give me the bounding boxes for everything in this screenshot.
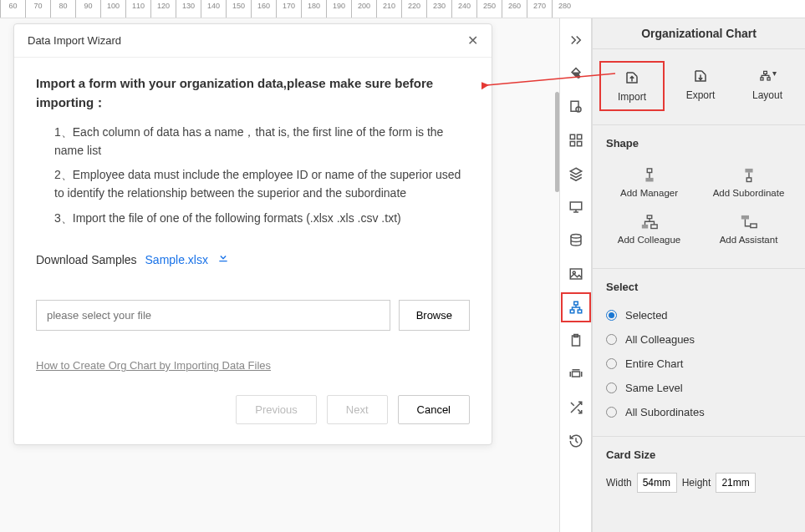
radio-label: All Subordinates — [625, 406, 705, 418]
ruler-tick: 140 — [201, 0, 226, 18]
download-icon[interactable] — [217, 251, 230, 266]
presentation-icon[interactable] — [561, 192, 591, 222]
ruler-tick: 130 — [176, 0, 201, 18]
layout-button[interactable]: ▾ Layout — [736, 61, 798, 111]
radio-icon — [606, 358, 617, 369]
select-radio-option[interactable]: Selected — [606, 303, 792, 327]
radio-icon — [606, 334, 617, 345]
import-button[interactable]: Import — [599, 61, 665, 111]
svg-rect-13 — [578, 310, 582, 313]
cardsize-section-header: Card Size — [593, 440, 805, 466]
instruction-item: 2、Employee data must include the employe… — [54, 166, 470, 202]
download-samples-label: Download Samples — [36, 253, 137, 266]
collapse-panel-icon[interactable] — [561, 25, 591, 55]
previous-button: Previous — [236, 395, 317, 424]
ruler-tick: 200 — [351, 0, 376, 18]
ruler-tick: 60 — [0, 0, 25, 18]
image-icon[interactable] — [561, 259, 591, 289]
ruler-tick: 240 — [451, 0, 476, 18]
ruler-tick: 70 — [25, 0, 50, 18]
ruler-tick: 150 — [226, 0, 251, 18]
ruler-tick: 220 — [401, 0, 426, 18]
svg-rect-25 — [641, 225, 647, 229]
canvas-scrollbar[interactable] — [555, 92, 559, 192]
close-icon[interactable]: ✕ — [467, 33, 478, 48]
svg-rect-23 — [746, 178, 751, 182]
svg-rect-5 — [570, 142, 574, 146]
layout-label: Layout — [752, 89, 782, 101]
add-assistant-button[interactable]: Add Assistant — [699, 206, 798, 253]
clipboard-icon[interactable] — [561, 326, 591, 356]
svg-rect-1 — [571, 101, 578, 111]
layers-icon[interactable] — [561, 159, 591, 189]
svg-rect-24 — [647, 215, 651, 219]
radio-icon — [606, 310, 617, 321]
ruler-tick: 270 — [527, 0, 552, 18]
radio-label: Selected — [625, 309, 668, 322]
svg-rect-4 — [577, 134, 581, 139]
dimensions-icon[interactable] — [561, 359, 591, 389]
fill-icon[interactable] — [561, 58, 591, 89]
shape-section-header: Shape — [593, 129, 805, 155]
next-button: Next — [327, 395, 388, 424]
ruler-tick: 180 — [301, 0, 326, 18]
instruction-item: 1、Each column of data has a name，that is… — [54, 124, 470, 160]
layout-icon: ▾ — [759, 68, 776, 84]
vertical-toolbar — [560, 18, 592, 532]
select-radio-option[interactable]: All Colleagues — [606, 327, 792, 352]
import-label: Import — [618, 91, 646, 103]
width-input[interactable] — [637, 473, 677, 493]
ruler-tick: 210 — [376, 0, 401, 18]
shuffle-icon[interactable] — [561, 393, 591, 423]
select-radio-option[interactable]: Same Level — [606, 376, 792, 400]
colleague-shape-icon — [640, 215, 659, 230]
database-icon[interactable] — [561, 225, 591, 256]
svg-rect-19 — [767, 78, 770, 80]
page-settings-icon[interactable] — [561, 92, 591, 122]
svg-rect-3 — [570, 134, 574, 139]
select-radio-option[interactable]: Entire Chart — [606, 352, 792, 376]
export-label: Export — [686, 89, 716, 101]
ruler-tick: 280 — [552, 0, 577, 18]
sample-download-link[interactable]: Sample.xlsx — [145, 253, 208, 266]
assistant-shape-icon — [740, 215, 758, 230]
width-label: Width — [606, 477, 632, 489]
radio-label: All Colleagues — [625, 333, 695, 346]
cancel-button[interactable]: Cancel — [398, 395, 470, 424]
select-radio-option[interactable]: All Subordinates — [606, 400, 792, 424]
svg-rect-17 — [764, 71, 767, 73]
height-input[interactable] — [716, 473, 756, 493]
svg-rect-6 — [577, 142, 581, 146]
svg-rect-28 — [750, 224, 756, 228]
svg-rect-12 — [570, 310, 574, 313]
svg-rect-9 — [570, 269, 582, 279]
file-path-input[interactable] — [36, 300, 390, 331]
panel-title: Organizational Chart — [593, 18, 805, 49]
horizontal-ruler: 6070809010011012013014015016017018019020… — [0, 0, 805, 18]
grid-icon[interactable] — [561, 125, 591, 155]
svg-rect-21 — [645, 178, 653, 182]
ruler-tick: 100 — [100, 0, 125, 18]
orgchart-icon[interactable] — [561, 292, 591, 322]
radio-icon — [606, 407, 617, 418]
add-manager-button[interactable]: Add Manager — [599, 160, 699, 206]
history-icon[interactable] — [561, 426, 591, 456]
add-colleague-button[interactable]: Add Colleague — [599, 206, 699, 253]
height-label: Height — [682, 477, 711, 489]
dialog-title: Data Import Wizard — [28, 34, 121, 47]
shape-label: Add Subordinate — [713, 188, 785, 198]
ruler-tick: 80 — [50, 0, 75, 18]
add-subordinate-button[interactable]: Add Subordinate — [699, 160, 798, 206]
ruler-tick: 160 — [251, 0, 276, 18]
select-section-header: Select — [593, 272, 805, 298]
import-icon — [624, 69, 640, 86]
ruler-tick: 250 — [476, 0, 502, 18]
svg-rect-26 — [650, 225, 656, 229]
help-link[interactable]: How to Create Org Chart by Importing Dat… — [36, 359, 271, 372]
ruler-tick: 230 — [426, 0, 451, 18]
browse-button[interactable]: Browse — [399, 300, 470, 331]
svg-point-8 — [571, 235, 581, 239]
instructions-list: 1、Each column of data has a name，that is… — [36, 124, 470, 227]
ruler-tick: 110 — [125, 0, 150, 18]
export-button[interactable]: Export — [670, 61, 731, 111]
